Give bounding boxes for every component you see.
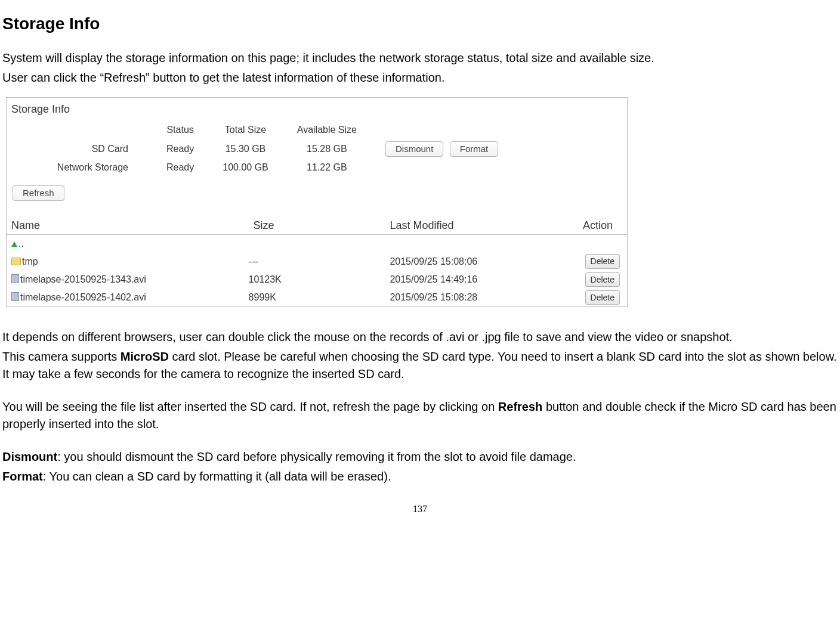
refresh-button[interactable]: Refresh bbox=[13, 185, 64, 201]
panel-title: Storage Info bbox=[7, 98, 627, 117]
row-label: Network Storage bbox=[30, 159, 152, 176]
storage-table: Status Total Size Available Size SD Card… bbox=[30, 120, 512, 176]
delete-button[interactable]: Delete bbox=[585, 254, 620, 268]
delete-button[interactable]: Delete bbox=[585, 272, 620, 287]
col-status: Status bbox=[152, 120, 208, 140]
file-col-name: Name bbox=[7, 215, 249, 235]
bold-format: Format bbox=[2, 470, 43, 483]
storage-info-panel: Storage Info Status Total Size Available… bbox=[6, 97, 628, 308]
txt: : you should dismount the SD card before… bbox=[57, 450, 576, 463]
file-icon bbox=[11, 292, 19, 301]
row-status: Ready bbox=[152, 140, 208, 159]
file-name: timelapse-20150925-1343.avi bbox=[20, 274, 146, 284]
file-modified: 2015/09/25 15:08:28 bbox=[385, 289, 552, 306]
txt: : You can clean a SD card by formatting … bbox=[43, 470, 391, 483]
file-row-avi1[interactable]: timelapse-20150925-1343.avi 10123K 2015/… bbox=[7, 271, 627, 289]
dismount-button[interactable]: Dismount bbox=[385, 141, 443, 157]
file-col-size: Size bbox=[249, 215, 385, 235]
delete-button[interactable]: Delete bbox=[585, 290, 620, 305]
file-size: 8999K bbox=[249, 289, 385, 306]
file-modified bbox=[385, 235, 552, 253]
folder-icon bbox=[11, 258, 21, 265]
txt: This camera supports bbox=[2, 350, 121, 363]
file-row-avi2[interactable]: timelapse-20150925-1402.avi 8999K 2015/0… bbox=[7, 289, 627, 306]
file-size bbox=[249, 235, 385, 253]
file-size: 10123K bbox=[249, 271, 385, 289]
row-avail: 15.28 GB bbox=[283, 140, 371, 159]
para-format: Format: You can clean a SD card by forma… bbox=[2, 468, 838, 485]
para-microsd: This camera supports MicroSD card slot. … bbox=[2, 348, 838, 383]
page-number: 137 bbox=[2, 502, 838, 516]
para-refresh: You will be seeing the file list after i… bbox=[2, 398, 838, 433]
format-button[interactable]: Format bbox=[450, 141, 499, 157]
intro-line-1: System will display the storage informat… bbox=[2, 49, 838, 67]
file-row-up[interactable]: .. bbox=[7, 235, 627, 253]
storage-row-network: Network Storage Ready 100.00 GB 11.22 GB bbox=[30, 159, 512, 176]
file-modified: 2015/09/25 15:08:06 bbox=[385, 252, 552, 270]
file-modified: 2015/09/25 14:49:16 bbox=[385, 271, 552, 289]
bold-dismount: Dismount bbox=[2, 450, 57, 463]
col-avail: Available Size bbox=[283, 120, 371, 140]
row-avail: 11.22 GB bbox=[283, 159, 371, 176]
intro-line-2: User can click the “Refresh” button to g… bbox=[2, 69, 838, 86]
row-status: Ready bbox=[152, 159, 208, 176]
txt: You will be seeing the file list after i… bbox=[2, 400, 498, 413]
file-name: .. bbox=[18, 238, 24, 249]
bold-microsd: MicroSD bbox=[121, 350, 169, 363]
row-label: SD Card bbox=[30, 140, 152, 159]
row-total: 15.30 GB bbox=[208, 140, 283, 159]
para-dismount: Dismount: you should dismount the SD car… bbox=[2, 448, 838, 466]
file-name: tmp bbox=[22, 256, 38, 266]
page-title: Storage Info bbox=[2, 12, 838, 36]
bold-refresh: Refresh bbox=[498, 400, 542, 413]
file-row-folder[interactable]: tmp --- 2015/09/25 15:08:06 Delete bbox=[7, 252, 627, 270]
file-col-action: Action bbox=[552, 215, 627, 235]
para-after-panel: It depends on different browsers, user c… bbox=[2, 329, 838, 346]
up-icon bbox=[11, 241, 17, 247]
file-icon bbox=[11, 274, 19, 283]
storage-row-sdcard: SD Card Ready 15.30 GB 15.28 GB Dismount… bbox=[30, 140, 512, 159]
file-col-modified: Last Modified bbox=[385, 215, 552, 235]
file-name: timelapse-20150925-1402.avi bbox=[20, 292, 146, 302]
file-table: Name Size Last Modified Action .. tmp --… bbox=[7, 215, 627, 306]
col-total: Total Size bbox=[208, 120, 283, 140]
file-size: --- bbox=[249, 252, 385, 270]
row-total: 100.00 GB bbox=[208, 159, 283, 176]
